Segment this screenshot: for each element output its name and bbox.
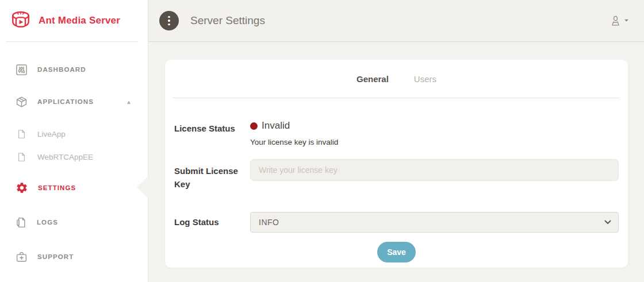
sidebar: Ant Media Server DASHBOARD [0, 0, 148, 282]
kebab-dot [168, 20, 170, 22]
settings-card: General Users License Status Invalid You… [165, 60, 628, 268]
tab-users[interactable]: Users [414, 74, 436, 84]
sidebar-item-settings[interactable]: SETTINGS [0, 172, 148, 204]
chevron-down-icon [624, 19, 629, 22]
sidebar-item-dashboard[interactable]: DASHBOARD [0, 53, 148, 86]
sidebar-item-label: SUPPORT [37, 253, 74, 260]
kebab-menu-button[interactable] [159, 11, 179, 30]
sidebar-nav: DASHBOARD APPLICATIONS ▲ [0, 42, 148, 273]
license-status-value: Invalid [250, 120, 619, 132]
top-header: Server Settings [148, 0, 644, 42]
save-button[interactable]: Save [377, 242, 416, 262]
logs-icon [16, 217, 27, 229]
sidebar-item-support[interactable]: SUPPORT [0, 241, 148, 273]
sidebar-item-label: APPLICATIONS [37, 98, 94, 105]
brand: Ant Media Server [0, 0, 148, 41]
license-key-field [250, 159, 619, 191]
sidebar-item-logs[interactable]: LOGS [0, 206, 148, 238]
file-icon [17, 152, 26, 162]
ant-media-logo-icon [9, 10, 33, 31]
sidebar-item-label: WebRTCAppEE [37, 153, 93, 161]
dashboard-icon [16, 64, 28, 76]
status-text: Invalid [262, 120, 290, 132]
sidebar-item-label: SETTINGS [38, 184, 76, 191]
sidebar-item-webrtcappee[interactable]: WebRTCAppEE [0, 145, 148, 168]
log-status-label: Log Status [174, 215, 250, 229]
kebab-dot [168, 24, 170, 26]
tab-bar: General Users [165, 60, 628, 98]
brand-name: Ant Media Server [39, 15, 120, 26]
content-area: General Users License Status Invalid You… [148, 42, 644, 282]
license-status-label: License Status [174, 120, 250, 146]
kebab-dot [168, 16, 170, 18]
tab-general[interactable]: General [356, 74, 389, 84]
account-menu-button[interactable] [610, 15, 629, 27]
sidebar-item-label: DASHBOARD [37, 66, 86, 73]
gear-icon [16, 181, 28, 194]
license-key-input[interactable] [250, 159, 619, 181]
support-icon [16, 251, 28, 263]
license-status-row: License Status Invalid Your license key … [174, 120, 619, 146]
log-status-field: INFO [250, 212, 619, 233]
log-status-row: Log Status INFO [174, 212, 619, 233]
status-dot-icon [250, 122, 258, 130]
file-icon [17, 129, 26, 139]
app-window: Ant Media Server DASHBOARD [0, 0, 644, 282]
server-settings-form: License Status Invalid Your license key … [165, 120, 628, 262]
license-key-row: Submit License Key [174, 159, 619, 191]
log-status-select[interactable]: INFO [250, 212, 619, 233]
page-title: Server Settings [190, 14, 610, 27]
sidebar-item-liveapp[interactable]: LiveApp [0, 122, 148, 145]
save-row: Save [174, 242, 619, 262]
license-status-field: Invalid Your license key is invalid [250, 120, 619, 146]
main-area: Server Settings General Users [148, 0, 644, 282]
sidebar-item-applications[interactable]: APPLICATIONS ▲ [0, 86, 148, 118]
user-icon [610, 15, 621, 27]
sidebar-item-label: LOGS [37, 219, 58, 226]
tab-divider [173, 98, 620, 98]
sidebar-item-label: LiveApp [37, 130, 66, 138]
license-status-message: Your license key is invalid [250, 138, 619, 146]
license-key-label: Submit License Key [174, 159, 250, 191]
applications-icon [16, 96, 28, 108]
collapse-caret-icon[interactable]: ▲ [126, 99, 132, 105]
